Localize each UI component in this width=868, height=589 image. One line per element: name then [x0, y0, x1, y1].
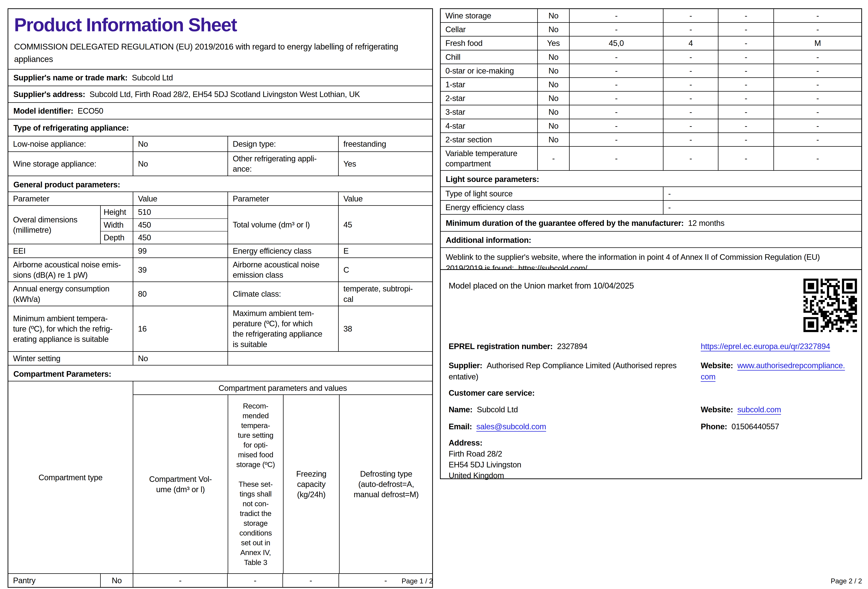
temp-cell: - [663, 119, 718, 133]
temp-cell: - [663, 133, 718, 146]
freezing-cell: - [718, 23, 774, 36]
present-cell: - [537, 147, 569, 170]
temp-cell: - [663, 9, 718, 22]
market-info-box: Model placed on the Union market from 10… [440, 269, 862, 479]
present-cell: No [537, 23, 569, 36]
additional-info-title: Additional information: [441, 231, 861, 247]
volume-cell: - [569, 105, 663, 119]
eec-label-cell: Energy efficiency class [227, 244, 338, 258]
email-link[interactable]: sales@subcold.com [476, 422, 546, 431]
temp-cell: - [663, 23, 718, 36]
temp-cell: - [663, 64, 718, 77]
eec-value-cell: E [338, 244, 432, 258]
parameter-header-cell: Parameter [227, 192, 338, 205]
parameter-header-row: Parameter Value Parameter Value [8, 191, 432, 205]
supplier-website-label: Website: [701, 361, 733, 370]
qr-code [803, 278, 857, 332]
eprel-link[interactable]: https://eprel.ec.europa.eu/qr/2327894 [701, 342, 830, 351]
freezing-cell: - [718, 91, 774, 105]
winter-setting-label-cell: Winter setting [8, 352, 133, 365]
phone-value: 01506440557 [731, 422, 779, 431]
phone-row: Phone:01506440557 [701, 421, 856, 431]
table-row: Wine storage No - - - - [441, 9, 861, 22]
table-row: Energy efficiency class - [441, 200, 861, 214]
present-cell: No [537, 133, 569, 146]
parameter-header-cell: Parameter [8, 192, 133, 205]
table-row: 2-star No - - - - [441, 91, 861, 105]
table-row: 0-star or ice-making No - - - - [441, 63, 861, 77]
climate-label-cell: Climate class: [227, 282, 338, 306]
address-label: Address: [449, 437, 483, 448]
defrost-cell: - [774, 133, 861, 146]
height-value-cell: 510 [133, 206, 227, 218]
model-identifier-label: Model identifier: [13, 106, 73, 115]
compartment-type-cell: 1-star [441, 78, 537, 91]
freezing-cell: - [718, 9, 774, 22]
present-cell: No [537, 64, 569, 77]
wine-appliance-value-cell: No [133, 152, 227, 175]
compartment-type-cell: Fresh food [441, 37, 537, 50]
light-section-title: Light source parameters: [441, 170, 861, 187]
light-eec-label-cell: Energy efficiency class [441, 201, 663, 214]
defrost-cell: M [774, 37, 861, 50]
care-website-link[interactable]: subcold.com [737, 405, 781, 414]
compartment-subheaders: Compartment Vol- ume (dm³ or l) Recom- m… [133, 395, 432, 573]
table-row: 4-star No - - - - [441, 119, 861, 133]
defrost-cell: - [774, 91, 861, 105]
compartment-type-header-cell: Compartment type [8, 381, 133, 573]
defrost-cell: - [774, 119, 861, 133]
phone-label: Phone: [701, 422, 727, 431]
temp-cell: - [663, 91, 718, 105]
care-name-value: Subcold Ltd [477, 405, 518, 414]
freezing-capacity-header-cell: Freezing capacity (kg/24h) [283, 395, 339, 573]
winter-setting-value-cell: No [133, 352, 227, 365]
freezing-cell: - [718, 37, 774, 50]
temp-cell: - [663, 105, 718, 119]
low-noise-value-cell: No [133, 136, 227, 152]
other-appliance-label-cell: Other refrigerating appli- ance: [227, 152, 338, 175]
recommended-temp-header-cell: Recom- mended tempera- ture setting for … [228, 395, 283, 573]
page-1: Product Information Sheet COMMISSION DEL… [7, 8, 433, 588]
low-noise-label-cell: Low-noise appliance: [8, 136, 133, 152]
depth-label-cell: Depth [100, 231, 133, 244]
care-name-label: Name: [449, 405, 472, 414]
supplier-value: Authorised Rep Compliance Limited (Autho… [449, 361, 676, 381]
defrost-cell: - [774, 64, 861, 77]
freezing-cell: - [718, 133, 774, 146]
page-2-table: Wine storage No - - - - Cellar No - - - … [440, 8, 862, 278]
model-identifier-value: ECO50 [78, 106, 103, 115]
present-cell: No [537, 78, 569, 91]
compartment-type-cell: 2-star [441, 91, 537, 105]
width-value-cell: 450 [133, 218, 227, 231]
other-appliance-value-cell: Yes [338, 152, 432, 175]
table-row: Type of light source - [441, 187, 861, 200]
table-row: Winter setting No [8, 351, 432, 365]
guarantee-label: Minimum duration of the guarantee offere… [446, 219, 684, 227]
customer-care-title: Customer care service: [449, 388, 535, 398]
table-row: Airborne acoustical noise emis- sions (d… [8, 258, 432, 281]
width-label-cell: Width [100, 218, 133, 231]
noise-label-cell: Airborne acoustical noise emis- sions (d… [8, 258, 133, 281]
compartment-type-cell: 0-star or ice-making [441, 64, 537, 77]
care-name-row: Name:Subcold Ltd [449, 404, 518, 415]
freezing-cell: - [718, 50, 774, 63]
total-volume-label-cell: Total volume (dm³ or l) [227, 206, 338, 244]
light-type-value-cell: - [663, 187, 861, 200]
noise-class-value-cell: C [338, 258, 432, 281]
model-identifier-row: Model identifier:ECO50 [8, 102, 432, 119]
regulation-text: COMMISSION DELEGATED REGULATION (EU) 201… [14, 40, 427, 65]
noise-value-cell: 39 [133, 258, 227, 281]
temp-cell: - [663, 50, 718, 63]
freezing-cell: - [718, 147, 774, 170]
supplier-name-row: Supplier's name or trade mark:Subcold Lt… [8, 69, 432, 85]
table-row: Fresh food Yes 45,0 4 - M [441, 36, 861, 50]
present-cell: Yes [537, 37, 569, 50]
table-row: Annual energy consumption (kWh/a) 80 Cli… [8, 281, 432, 306]
compartment-type-cell: Variable temperature compartment [441, 147, 537, 170]
temp-cell: - [663, 147, 718, 170]
defrost-cell: - [774, 9, 861, 22]
table-row: EEI 99 Energy efficiency class E [8, 244, 432, 258]
volume-cell: - [569, 119, 663, 133]
volume-cell: - [569, 50, 663, 63]
supplier-address-row: Supplier's address:Subcold Ltd, Firth Ro… [8, 85, 432, 102]
